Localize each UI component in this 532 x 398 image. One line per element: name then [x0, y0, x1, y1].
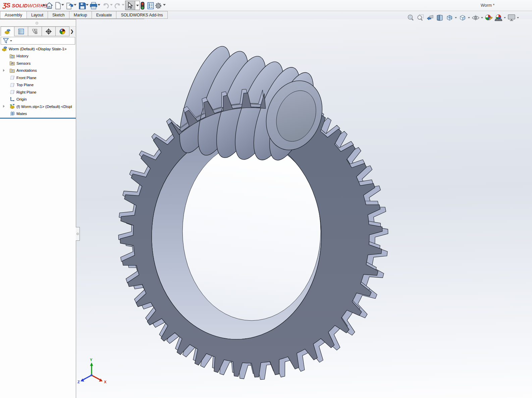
undo-icon[interactable]: [101, 1, 110, 10]
splitter-grip-dot: [76, 233, 79, 235]
tree-item-origin[interactable]: Origin: [0, 96, 76, 103]
tree-item-right-plane[interactable]: Right Plane: [0, 89, 76, 96]
apply-scene-icon[interactable]: [494, 13, 503, 22]
tree-item-annotations[interactable]: A Annotations: [0, 67, 76, 74]
imported-part-icon: [9, 104, 15, 109]
solidworks-wordmark: SOLIDWORKS: [12, 3, 47, 8]
print-dropdown[interactable]: [98, 4, 100, 6]
displaymanager-tab[interactable]: [56, 26, 69, 36]
document-title: Worm *: [481, 3, 494, 8]
history-folder-icon: [9, 53, 15, 59]
options-gear-icon[interactable]: [154, 1, 162, 10]
dassault-logo-glyph: ƷS: [3, 2, 10, 9]
tree-item-imported-part[interactable]: (f) Worm.stp<1> (Default) <Displ: [0, 103, 76, 110]
tree-item-top-plane[interactable]: Top Plane: [0, 81, 76, 89]
tree-root-label: Worm (Default) <Display State-1>: [9, 47, 66, 51]
filter-dropdown[interactable]: [10, 40, 12, 42]
solidworks-logo: ƷS SOLIDWORKS: [3, 2, 47, 9]
redo-dropdown[interactable]: [122, 4, 124, 6]
display-style-icon[interactable]: [458, 13, 467, 22]
apply-scene-dropdown[interactable]: [503, 13, 506, 22]
home-icon[interactable]: [45, 1, 53, 10]
sensors-folder-icon: [9, 60, 15, 66]
plane-icon: [9, 89, 15, 95]
undo-dropdown[interactable]: [110, 4, 113, 6]
view-orientation-icon[interactable]: [445, 13, 454, 22]
tab-layout[interactable]: Layout: [26, 11, 48, 19]
save-dropdown[interactable]: [86, 4, 89, 6]
tree-item-front-plane[interactable]: Front Plane: [0, 74, 76, 81]
redo-icon[interactable]: [113, 1, 122, 10]
reference-triad: YXZ: [77, 358, 107, 384]
solidworks-window: { "window": { "doc_title": "Worm *" }, "…: [0, 0, 532, 398]
options-dropdown[interactable]: [163, 4, 166, 6]
section-view-icon[interactable]: [435, 13, 444, 22]
display-style-dropdown[interactable]: [468, 13, 470, 22]
headsup-view-toolbar: [406, 13, 519, 23]
open-icon[interactable]: [65, 1, 74, 10]
main-toolbar: ƷS SOLIDWORKS ▶ Worm *: [0, 0, 532, 11]
edit-appearance-icon[interactable]: [484, 13, 493, 22]
select-cursor-icon[interactable]: [125, 1, 135, 10]
assembly-icon: [2, 46, 7, 52]
tab-solidworks-add-ins[interactable]: SOLIDWORKS Add-Ins: [116, 11, 167, 19]
panel-tabs-overflow-chevron[interactable]: ❯: [69, 26, 76, 36]
plane-icon: [9, 82, 15, 88]
panel-tab-strip: ❯: [0, 26, 76, 36]
tree-item-history[interactable]: History: [0, 53, 76, 60]
expand-arrow-icon[interactable]: [3, 105, 5, 108]
annotations-folder-icon: A: [9, 68, 15, 73]
hide-show-items-icon[interactable]: [471, 13, 480, 22]
panel-top-splitter[interactable]: [0, 19, 76, 26]
view-settings-dropdown[interactable]: [517, 13, 519, 22]
svg-text:Y: Y: [90, 358, 93, 362]
graphics-viewport[interactable]: YXZ: [76, 19, 532, 398]
zoom-to-fit-icon[interactable]: [406, 13, 415, 22]
plane-icon: [9, 75, 15, 80]
hide-show-items-dropdown[interactable]: [481, 13, 483, 22]
svg-text:Z: Z: [77, 380, 80, 384]
tab-assembly[interactable]: Assembly: [0, 11, 26, 19]
rebuild-traffic-light-icon[interactable]: [138, 1, 147, 10]
tab-evaluate[interactable]: Evaluate: [92, 11, 116, 19]
previous-view-icon[interactable]: [425, 13, 434, 22]
commandmanager-tabs: Assembly Layout Sketch Markup Evaluate S…: [0, 11, 144, 19]
tab-sketch[interactable]: Sketch: [48, 11, 69, 19]
tree-root-assembly[interactable]: Worm (Default) <Display State-1>: [0, 45, 76, 53]
svg-text:X: X: [104, 380, 107, 384]
print-icon[interactable]: [89, 1, 98, 10]
feature-tree: Worm (Default) <Display State-1> History…: [0, 45, 76, 119]
zoom-to-area-icon[interactable]: [416, 13, 425, 22]
view-settings-icon[interactable]: [507, 13, 516, 22]
expand-arrow-icon[interactable]: [3, 69, 5, 72]
new-document-icon[interactable]: [54, 1, 62, 10]
splitter-grip-dot: [36, 22, 38, 24]
tree-item-sensors[interactable]: Sensors: [0, 60, 76, 67]
save-icon[interactable]: [78, 1, 86, 10]
model-canvas[interactable]: YXZ: [76, 19, 532, 398]
configurationmanager-tab[interactable]: [28, 26, 42, 36]
rollback-bar[interactable]: [0, 118, 76, 119]
dimxpertmanager-tab[interactable]: [42, 26, 56, 36]
featuremanager-design-tree-tab[interactable]: [1, 26, 14, 36]
origin-icon: [9, 97, 15, 102]
file-properties-icon[interactable]: [146, 1, 155, 10]
open-dropdown[interactable]: [74, 4, 76, 6]
tab-markup[interactable]: Markup: [69, 11, 92, 19]
mates-icon: [9, 111, 15, 117]
filter-funnel-icon: [3, 38, 9, 44]
tree-filter-bar[interactable]: [1, 37, 75, 45]
propertymanager-tab[interactable]: [14, 26, 28, 36]
featuremanager-panel: ❯ Worm (Default) <Display State-1> Histo…: [0, 19, 76, 398]
view-orientation-dropdown[interactable]: [455, 13, 457, 22]
new-document-dropdown[interactable]: [61, 4, 64, 6]
panel-side-splitter[interactable]: [76, 227, 80, 241]
svg-text:A: A: [11, 70, 13, 72]
tree-item-mates[interactable]: Mates: [0, 110, 76, 118]
